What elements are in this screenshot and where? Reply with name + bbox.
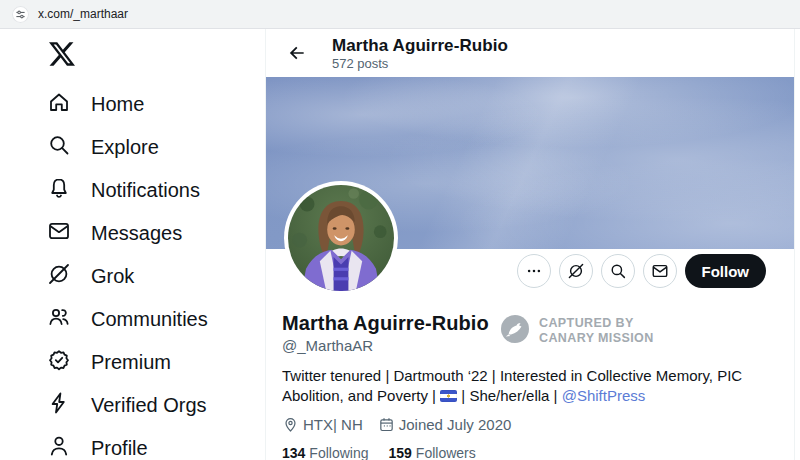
- right-gutter: [795, 29, 800, 460]
- grok-icon: [567, 262, 585, 280]
- sidebar-item-label: Profile: [91, 437, 148, 460]
- profile-icon: [47, 434, 71, 460]
- grok-icon: [47, 262, 71, 291]
- more-options-button[interactable]: [517, 254, 551, 288]
- communities-icon: [47, 305, 71, 334]
- name-row: Martha Aguirre-Rubio @_MarthaAR CAPTURED…: [282, 311, 778, 354]
- sidebar-item-verified-orgs[interactable]: Verified Orgs: [47, 384, 265, 427]
- x-logo[interactable]: [47, 39, 77, 69]
- sidebar-item-label: Grok: [91, 265, 134, 288]
- following-stat[interactable]: 134Following: [282, 445, 369, 460]
- mail-icon: [651, 262, 669, 280]
- site-settings-icon[interactable]: [12, 6, 29, 23]
- profile-meta-row: HTX| NH Joined July 2020: [282, 416, 778, 433]
- follow-button[interactable]: Follow: [685, 254, 767, 288]
- back-arrow-icon: [287, 43, 307, 63]
- verified-orgs-icon: [47, 391, 71, 420]
- home-icon: [47, 90, 71, 119]
- followers-stat[interactable]: 159Followers: [389, 445, 476, 460]
- premium-icon: [47, 348, 71, 377]
- url-text: x.com/_marthaar: [38, 7, 128, 21]
- sidebar-item-messages[interactable]: Messages: [47, 212, 265, 255]
- header-posts-count: 572 posts: [332, 56, 508, 72]
- mail-icon: [47, 219, 71, 248]
- sidebar-item-label: Premium: [91, 351, 171, 374]
- search-icon: [609, 262, 627, 280]
- sidebar-item-label: Communities: [91, 308, 208, 331]
- sidebar-item-profile[interactable]: Profile: [47, 427, 265, 460]
- profile-bio: Twitter tenured | Dartmouth ‘22 | Intere…: [282, 366, 778, 406]
- sidebar-item-notifications[interactable]: Notifications: [47, 169, 265, 212]
- location-pin-icon: [282, 416, 299, 433]
- more-icon: [525, 262, 543, 280]
- joined-item: Joined July 2020: [378, 416, 512, 433]
- sidebar-item-label: Explore: [91, 136, 159, 159]
- joined-text: Joined July 2020: [399, 416, 512, 433]
- avatar-photo: [288, 185, 394, 291]
- sidebar-item-premium[interactable]: Premium: [47, 341, 265, 384]
- sidebar-item-explore[interactable]: Explore: [47, 126, 265, 169]
- header-title: Martha Aguirre-Rubio: [332, 35, 508, 56]
- sidebar-item-label: Verified Orgs: [91, 394, 207, 417]
- flag-el-salvador-icon: [440, 390, 457, 402]
- grok-profile-button[interactable]: [559, 254, 593, 288]
- avatar[interactable]: [284, 181, 398, 295]
- bio-mention-link[interactable]: @ShiftPress: [562, 387, 646, 404]
- sidebar-item-label: Messages: [91, 222, 182, 245]
- location-item: HTX| NH: [282, 416, 363, 433]
- profile-header: Martha Aguirre-Rubio 572 posts: [266, 29, 794, 77]
- sidebar-item-label: Home: [91, 93, 144, 116]
- browser-url-bar[interactable]: x.com/_marthaar: [0, 0, 800, 29]
- message-button[interactable]: [643, 254, 677, 288]
- header-title-block: Martha Aguirre-Rubio 572 posts: [332, 35, 508, 72]
- profile-body: Follow Martha Aguirre-Rubio @_MarthaAR C…: [266, 249, 794, 460]
- canary-bird-icon: [500, 314, 530, 348]
- profile-main-column: Martha Aguirre-Rubio 572 posts: [265, 29, 795, 460]
- location-text: HTX| NH: [303, 416, 363, 433]
- watermark-text: CAPTURED BY CANARY MISSION: [539, 316, 654, 346]
- canary-mission-watermark: CAPTURED BY CANARY MISSION: [500, 314, 654, 348]
- bell-icon: [47, 176, 71, 205]
- search-profile-button[interactable]: [601, 254, 635, 288]
- sidebar-nav: Home Explore Notifications Messages Grok…: [0, 29, 265, 460]
- sidebar-item-communities[interactable]: Communities: [47, 298, 265, 341]
- search-icon: [47, 133, 71, 162]
- calendar-icon: [378, 416, 395, 433]
- profile-stats-row: 134Following 159Followers: [282, 445, 778, 460]
- back-button[interactable]: [280, 36, 314, 70]
- sidebar-item-home[interactable]: Home: [47, 83, 265, 126]
- sidebar-item-grok[interactable]: Grok: [47, 255, 265, 298]
- sidebar-item-label: Notifications: [91, 179, 200, 202]
